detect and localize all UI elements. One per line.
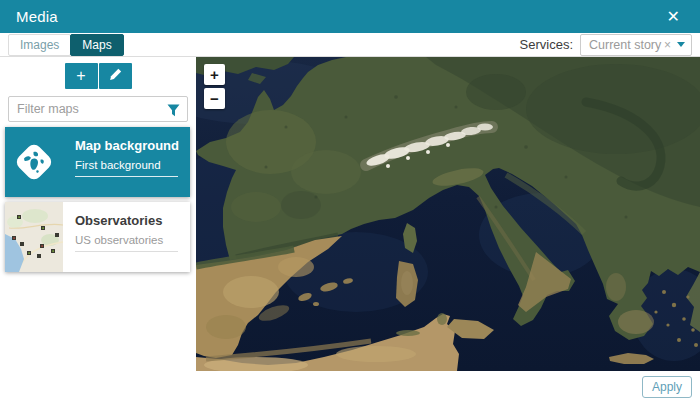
satellite-map-europe <box>196 57 700 371</box>
dialog-content: + <box>0 57 700 371</box>
services-label: Services: <box>520 37 573 52</box>
panel-actions: + <box>0 63 196 89</box>
maps-panel: + <box>0 57 196 371</box>
dialog-header: Media ✕ <box>0 0 700 33</box>
services-selected-value: Current story <box>589 38 664 52</box>
clear-selection-icon[interactable]: × <box>664 39 671 51</box>
toolbar: Images Maps Services: Current story × <box>0 33 700 57</box>
zoom-in-button[interactable]: + <box>204 64 225 85</box>
filter-maps-field <box>8 96 188 122</box>
card-subtitle: First background <box>75 159 178 177</box>
map-card-map-background[interactable]: Map background First background <box>5 127 190 197</box>
tab-maps[interactable]: Maps <box>70 34 123 56</box>
dialog-footer: Apply <box>0 371 700 402</box>
media-type-tabs: Images Maps <box>8 34 124 56</box>
services-control: Services: Current story × <box>520 34 692 56</box>
card-body: Observatories US observatories <box>63 202 190 272</box>
add-map-button[interactable]: + <box>65 63 98 89</box>
card-title: Map background <box>75 138 178 153</box>
dialog-title: Media <box>16 8 58 25</box>
close-icon[interactable]: ✕ <box>663 7 684 27</box>
services-select[interactable]: Current story × <box>580 34 692 56</box>
plus-icon: + <box>76 68 85 84</box>
apply-button[interactable]: Apply <box>642 376 692 398</box>
us-map-thumbnail <box>5 202 63 272</box>
chevron-down-icon[interactable] <box>677 42 685 47</box>
zoom-out-button[interactable]: − <box>204 88 225 109</box>
card-subtitle: US observatories <box>75 234 178 252</box>
media-dialog: Media ✕ Images Maps Services: Current st… <box>0 0 700 402</box>
card-title: Observatories <box>75 213 178 228</box>
tab-images[interactable]: Images <box>8 34 71 56</box>
map-preview[interactable]: + − <box>196 57 700 371</box>
funnel-icon[interactable] <box>167 103 180 121</box>
map-card-observatories[interactable]: Observatories US observatories <box>5 202 190 272</box>
card-body: Map background First background <box>63 127 190 197</box>
pencil-icon <box>109 68 122 84</box>
map-zoom-controls: + − <box>204 64 225 109</box>
globe-icon <box>5 127 63 197</box>
edit-map-button[interactable] <box>99 63 132 89</box>
filter-maps-input[interactable] <box>8 96 188 122</box>
